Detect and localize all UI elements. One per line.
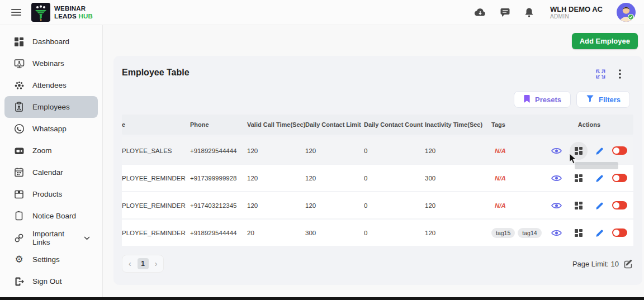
status-toggle[interactable] <box>612 201 627 209</box>
view-eye-icon[interactable] <box>551 147 562 155</box>
chat-icon[interactable] <box>500 7 510 17</box>
table-row[interactable]: PLOYEE_REMINDER +917403212345 120 120 0 … <box>122 192 633 218</box>
status-toggle[interactable] <box>612 174 627 182</box>
sidebar-item-products[interactable]: Products <box>4 183 98 205</box>
tooltip <box>575 162 618 169</box>
gear-icon: ⚙ <box>13 255 25 264</box>
notice-board-icon <box>13 211 25 221</box>
tags-na: N/A <box>491 175 545 182</box>
apps-grid-icon[interactable] <box>570 224 588 242</box>
sidebar-item-settings[interactable]: ⚙ Settings <box>4 249 98 270</box>
employees-icon <box>13 102 25 112</box>
mouse-cursor <box>569 153 577 166</box>
zoom-icon <box>13 146 25 156</box>
page-title: Employee Table <box>122 68 190 78</box>
sign-out-icon <box>13 277 25 287</box>
apps-grid-icon[interactable] <box>570 197 588 215</box>
hamburger-menu-icon[interactable] <box>11 7 21 17</box>
sidebar-item-employees[interactable]: Employees <box>4 96 98 118</box>
view-eye-icon[interactable] <box>551 174 562 182</box>
main-content: Add Employee Employee Table Presets Filt… <box>103 25 644 297</box>
status-toggle[interactable] <box>612 146 627 155</box>
link-icon <box>13 233 25 243</box>
user-name: WLH DEMO AC <box>550 5 603 13</box>
tags-na: N/A <box>491 202 545 209</box>
bell-icon[interactable] <box>524 7 534 18</box>
sidebar-item-notice-board[interactable]: Notice Board <box>4 205 98 227</box>
bookmark-icon <box>523 94 531 105</box>
sidebar-item-calendar[interactable]: Calendar <box>4 161 98 183</box>
table-header-row: e Phone Valid Call Time(Sec) Daily Conta… <box>122 115 633 135</box>
tag-badge: tag15 <box>491 228 515 238</box>
attendees-icon <box>13 80 25 91</box>
sidebar-item-attendees[interactable]: Attendees <box>4 74 98 96</box>
edit-pencil-icon[interactable] <box>595 174 604 183</box>
page-limit-label: Page Limit: 10 <box>572 260 619 268</box>
logo-text: WEBINAR LEADS HUB <box>54 4 93 21</box>
filter-funnel-icon <box>586 94 594 104</box>
sidebar-item-dashboard[interactable]: Dashboard <box>4 31 98 53</box>
sidebar-item-sign-out[interactable]: Sign Out <box>4 270 98 292</box>
calendar-icon <box>13 167 25 178</box>
user-info: WLH DEMO AC ADMIN <box>550 5 603 20</box>
kebab-menu-icon[interactable] <box>619 69 621 79</box>
sidebar-item-zoom[interactable]: Zoom <box>4 140 98 161</box>
tags-na: N/A <box>491 147 545 154</box>
employee-table: e Phone Valid Call Time(Sec) Daily Conta… <box>122 115 633 246</box>
table-row[interactable]: PLOYEE_SALES +918929544444 120 120 0 120… <box>122 137 633 164</box>
top-header: WEBINAR LEADS HUB WLH DEMO AC ADMIN <box>0 0 644 25</box>
sidebar-item-whatsapp[interactable]: Whatsapp <box>4 118 98 140</box>
add-employee-button[interactable]: Add Employee <box>572 33 638 49</box>
products-icon <box>13 189 25 199</box>
sidebar-item-important-links[interactable]: Important Links <box>4 227 98 249</box>
app-logo[interactable]: WEBINAR LEADS HUB <box>31 3 93 22</box>
page-number[interactable]: 1 <box>138 258 149 269</box>
chevron-down-icon <box>84 234 90 242</box>
apps-grid-icon[interactable] <box>570 169 588 187</box>
whatsapp-icon <box>13 123 25 134</box>
table-row[interactable]: PLOYEE_REMINDER +917399999928 120 120 0 … <box>122 165 633 191</box>
edit-pencil-icon[interactable] <box>595 146 604 155</box>
cloud-download-icon[interactable] <box>474 7 486 17</box>
sidebar-nav: Dashboard Webinars Attendees Employees W… <box>0 25 103 297</box>
status-toggle[interactable] <box>612 228 627 237</box>
filters-button[interactable]: Filters <box>576 91 630 108</box>
employee-table-card: Employee Table Presets Filters e Phone V… <box>113 56 642 285</box>
user-role: ADMIN <box>550 13 603 20</box>
table-row[interactable]: PLOYEE_REMINDER +918929544444 20 300 0 1… <box>122 220 633 246</box>
presets-button[interactable]: Presets <box>514 91 571 108</box>
webinars-icon <box>13 59 25 69</box>
view-eye-icon[interactable] <box>551 229 562 237</box>
fullscreen-icon[interactable] <box>596 69 605 79</box>
bottom-edge-bar <box>0 297 644 300</box>
sidebar-item-webinars[interactable]: Webinars <box>4 53 98 74</box>
prev-page-icon[interactable]: ‹ <box>129 260 131 268</box>
dashboard-icon <box>13 37 25 47</box>
next-page-icon[interactable]: › <box>155 260 158 268</box>
tag-badge: tag14 <box>518 228 541 238</box>
logo-funnel-icon <box>31 3 50 22</box>
edit-page-limit-icon[interactable] <box>624 259 633 269</box>
edit-pencil-icon[interactable] <box>595 201 604 210</box>
view-eye-icon[interactable] <box>551 202 562 209</box>
avatar[interactable] <box>616 2 636 22</box>
pagination: ‹ 1 › <box>122 255 164 273</box>
edit-pencil-icon[interactable] <box>595 228 604 237</box>
